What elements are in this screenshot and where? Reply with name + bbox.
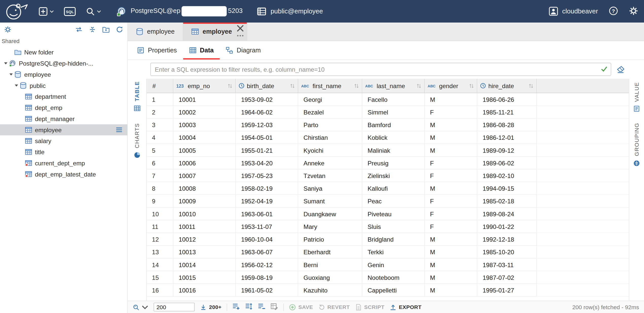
cell-emp_no[interactable]: 10005 (173, 144, 236, 157)
cell-gender[interactable]: M (425, 119, 477, 131)
export-button[interactable]: EXPORT (390, 304, 422, 310)
row-number[interactable]: 15 (147, 271, 173, 284)
cell-emp_no[interactable]: 10015 (173, 271, 236, 284)
cell-hire_date[interactable]: 1992-12-18 (477, 233, 537, 246)
column-header-hire_date[interactable]: hire_date (477, 79, 537, 93)
row-number[interactable]: 14 (147, 259, 173, 271)
cell-birth_date[interactable]: 1959-08-19 (236, 271, 298, 284)
cell-emp_no[interactable]: 10003 (173, 119, 236, 131)
cell-first_name[interactable]: Berni (298, 259, 362, 271)
column-header-emp_no[interactable]: 123emp_no (173, 79, 236, 93)
cell-birth_date[interactable]: 1952-04-19 (236, 195, 298, 207)
cell-birth_date[interactable]: 1960-10-04 (236, 233, 298, 246)
sort-icon[interactable] (354, 83, 359, 88)
sort-icon[interactable] (469, 83, 474, 88)
sync-selection-button[interactable] (75, 26, 82, 34)
panel-tab-value[interactable]: VALUE (633, 82, 640, 112)
cell-last_name[interactable]: Kalloufi (362, 182, 425, 195)
cell-hire_date[interactable]: 1989-06-02 (477, 157, 537, 169)
tree-item-dept_emp_latest_date[interactable]: dept_emp_latest_date (0, 169, 127, 180)
row-number[interactable]: 2 (147, 106, 173, 119)
row-number[interactable]: 16 (147, 284, 173, 297)
sql-editor-button[interactable]: SQL (64, 7, 76, 16)
cell-hire_date[interactable]: 1989-08-24 (477, 208, 537, 220)
cell-gender[interactable]: M (425, 246, 477, 258)
cell-gender[interactable]: F (425, 106, 477, 119)
sort-icon[interactable] (290, 83, 295, 88)
save-button[interactable]: SAVE (289, 304, 313, 310)
cell-gender[interactable]: M (425, 144, 477, 157)
cell-gender[interactable]: M (425, 131, 477, 144)
delete-row-button[interactable] (258, 303, 265, 311)
row-number[interactable]: 13 (147, 246, 173, 258)
cell-emp_no[interactable]: 10002 (173, 106, 236, 119)
cell-last_name[interactable]: Nooteboom (362, 271, 425, 284)
cell-first_name[interactable]: Guoxiang (298, 271, 362, 284)
row-number[interactable]: 6 (147, 157, 173, 169)
presentation-tab-charts[interactable]: CHARTS (134, 123, 140, 159)
row-number[interactable]: 7 (147, 169, 173, 182)
expander-icon[interactable] (8, 71, 14, 78)
cell-gender[interactable]: F (425, 208, 477, 220)
cell-hire_date[interactable]: 1994-09-15 (477, 182, 537, 195)
tree-item-dept_emp[interactable]: dept_emp (0, 102, 127, 113)
row-number[interactable]: 12 (147, 233, 173, 246)
cell-emp_no[interactable]: 10004 (173, 131, 236, 144)
sidebar-settings-button[interactable] (4, 26, 11, 34)
cloudbeaver-logo-icon[interactable] (3, 2, 30, 20)
row-number[interactable]: 11 (147, 220, 173, 233)
cell-emp_no[interactable]: 10009 (173, 195, 236, 207)
cell-hire_date[interactable]: 1987-07-02 (477, 271, 537, 284)
cell-hire_date[interactable]: 1990-01-22 (477, 220, 537, 233)
cell-emp_no[interactable]: 10006 (173, 157, 236, 169)
tab-properties[interactable]: Properties (131, 41, 183, 60)
tab-data[interactable]: Data (183, 41, 220, 60)
cell-hire_date[interactable]: 1985-02-18 (477, 195, 537, 207)
help-button[interactable]: ? (609, 6, 618, 16)
cell-emp_no[interactable]: 10013 (173, 246, 236, 258)
cell-hire_date[interactable]: 1995-01-27 (477, 284, 537, 297)
cell-first_name[interactable]: Kyoichi (298, 144, 362, 157)
cell-first_name[interactable]: Patricio (298, 233, 362, 246)
cell-last_name[interactable]: Genin (362, 259, 425, 271)
cell-birth_date[interactable]: 1954-05-01 (236, 131, 298, 144)
cell-last_name[interactable]: Sluis (362, 220, 425, 233)
sort-icon[interactable] (227, 83, 232, 88)
column-header-gender[interactable]: ABCgender (425, 79, 477, 93)
cell-emp_no[interactable]: 10001 (173, 93, 236, 106)
cell-first_name[interactable]: Anneke (298, 157, 362, 169)
cell-hire_date[interactable]: 1986-06-26 (477, 93, 537, 106)
cell-last_name[interactable]: Piveteau (362, 208, 425, 220)
cell-gender[interactable]: M (425, 271, 477, 284)
cell-hire_date[interactable]: 1987-03-11 (477, 259, 537, 271)
tree-item-New folder[interactable]: New folder (0, 47, 127, 58)
row-number[interactable]: 9 (147, 195, 173, 207)
cell-last_name[interactable]: Terkki (362, 246, 425, 258)
cell-hire_date[interactable]: 1985-10-20 (477, 246, 537, 258)
script-button[interactable]: SCRIPT (355, 304, 385, 310)
cell-hire_date[interactable]: 1986-08-28 (477, 119, 537, 131)
revert-button[interactable]: REVERT (318, 304, 350, 310)
cell-gender[interactable]: F (425, 169, 477, 182)
cell-birth_date[interactable]: 1953-04-20 (236, 157, 298, 169)
cell-gender[interactable]: M (425, 182, 477, 195)
cell-first_name[interactable]: Chirstian (298, 131, 362, 144)
cell-emp_no[interactable]: 10011 (173, 220, 236, 233)
cell-hire_date[interactable]: 1989-02-10 (477, 169, 537, 182)
cell-gender[interactable]: M (425, 233, 477, 246)
settings-button[interactable] (629, 6, 638, 16)
close-icon[interactable] (237, 25, 244, 32)
cell-last_name[interactable]: Bamford (362, 119, 425, 131)
refresh-tree-button[interactable] (116, 26, 123, 34)
tree-item-PostgreSQL@ep-hidden-...[interactable]: PostgreSQL@ep-hidden-... (0, 58, 127, 69)
cell-birth_date[interactable]: 1964-06-02 (236, 106, 298, 119)
edit-value-button[interactable] (271, 303, 278, 311)
cell-birth_date[interactable]: 1963-06-07 (236, 246, 298, 258)
cell-last_name[interactable]: Preusig (362, 157, 425, 169)
column-header-rownum[interactable]: # (147, 79, 173, 93)
cell-first_name[interactable]: Duangkaew (298, 208, 362, 220)
tree-item-dept_manager[interactable]: dept_manager (0, 113, 127, 124)
sort-icon[interactable] (529, 83, 533, 88)
row-number[interactable]: 3 (147, 119, 173, 131)
cell-gender[interactable]: F (425, 220, 477, 233)
